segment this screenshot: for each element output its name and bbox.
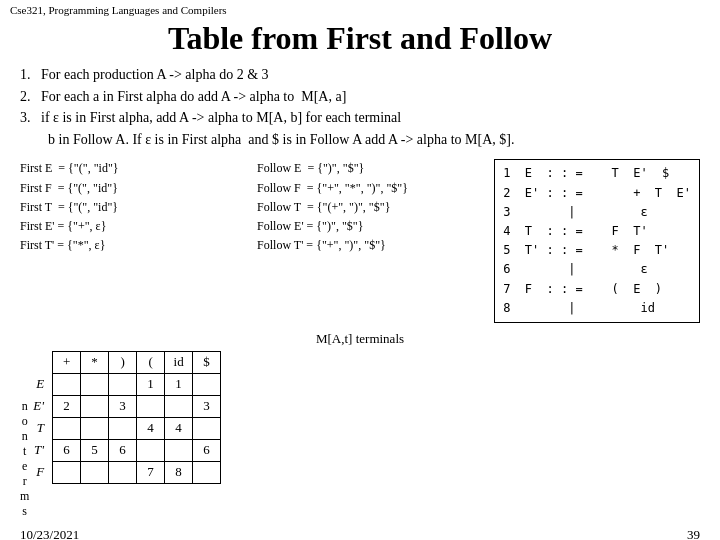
table-row: 2 3 3 <box>53 395 221 417</box>
first-set-f: First F = {"(", "id"} <box>20 179 237 198</box>
cell-tprime-dollar: 6 <box>193 439 221 461</box>
m-table-wrapper: n o n t e r m s E E' T T' F <box>20 351 700 519</box>
cell-eprime-rparen: 3 <box>109 395 137 417</box>
step-2-num: 2. <box>20 89 31 104</box>
table-row: 7 8 <box>53 461 221 483</box>
follow-sets: Follow E = {")", "$"} Follow F = {"+", "… <box>257 159 474 323</box>
footer: 10/23/2021 39 <box>0 523 720 540</box>
cell-e-rparen <box>109 373 137 395</box>
table-row: 6 5 6 6 <box>53 439 221 461</box>
follow-set-eprime: Follow E' = {")", "$"} <box>257 217 474 236</box>
step-1-num: 1. <box>20 67 31 82</box>
nonterm-row-headers: E E' T T' F <box>33 373 46 483</box>
cell-eprime-plus: 2 <box>53 395 81 417</box>
m-table-title: M[A,t] terminals <box>20 331 700 347</box>
row-header-tprime: T' <box>33 439 46 461</box>
first-sets: First E = {"(", "id"} First F = {"(", "i… <box>20 159 237 323</box>
row-header-t: T <box>33 417 46 439</box>
footer-page: 39 <box>687 527 700 540</box>
cell-f-lparen: 7 <box>137 461 165 483</box>
cell-e-lparen: 1 <box>137 373 165 395</box>
cell-tprime-id <box>165 439 193 461</box>
step-2-text: For each a in First alpha do add A -> al… <box>41 89 346 104</box>
follow-set-tprime: Follow T' = {"+", ")", "$"} <box>257 236 474 255</box>
cell-eprime-id <box>165 395 193 417</box>
header-text: Cse321, Programming Languages and Compil… <box>10 4 227 16</box>
m-table-section: M[A,t] terminals n o n t e r m s E E' <box>20 331 700 519</box>
main-content: Table from First and Follow 1. For each … <box>0 20 720 519</box>
first-set-e: First E = {"(", "id"} <box>20 159 237 178</box>
step-3: 3. if ε is in First alpha, add A -> alph… <box>20 108 700 128</box>
course-header: Cse321, Programming Languages and Compil… <box>0 0 720 20</box>
row-header-eprime: E' <box>33 395 46 417</box>
grammar-box: 1 E : : = T E' $ 2 E' : : = + T E' 3 | ε… <box>494 159 700 323</box>
cell-tprime-rparen: 6 <box>109 439 137 461</box>
cell-t-rparen <box>109 417 137 439</box>
cell-eprime-dollar: 3 <box>193 395 221 417</box>
col-header-star: * <box>81 351 109 373</box>
cell-e-dollar <box>193 373 221 395</box>
cell-e-plus <box>53 373 81 395</box>
first-set-t: First T = {"(", "id"} <box>20 198 237 217</box>
cell-tprime-star: 5 <box>81 439 109 461</box>
cell-t-id: 4 <box>165 417 193 439</box>
cell-e-id: 1 <box>165 373 193 395</box>
cell-eprime-lparen <box>137 395 165 417</box>
page-title: Table from First and Follow <box>20 20 700 57</box>
footer-date: 10/23/2021 <box>20 527 79 540</box>
col-header-id: id <box>165 351 193 373</box>
step-1: 1. For each production A -> alpha do 2 &… <box>20 65 700 85</box>
row-header-f: F <box>33 461 46 483</box>
cell-f-dollar <box>193 461 221 483</box>
row-header-e: E <box>33 373 46 395</box>
col-header-dollar: $ <box>193 351 221 373</box>
cell-f-star <box>81 461 109 483</box>
step-3-cont: b in Follow A. If ε is in First alpha an… <box>20 130 700 150</box>
sets-section: First E = {"(", "id"} First F = {"(", "i… <box>20 159 700 323</box>
cell-tprime-plus: 6 <box>53 439 81 461</box>
follow-set-t: Follow T = {"(+", ")", "$"} <box>257 198 474 217</box>
first-set-eprime: First E' = {"+", ε} <box>20 217 237 236</box>
table-header-row: + * ) ( id $ <box>53 351 221 373</box>
step-3-num: 3. <box>20 110 31 125</box>
cell-t-star <box>81 417 109 439</box>
cell-e-star <box>81 373 109 395</box>
cell-t-dollar <box>193 417 221 439</box>
cell-tprime-lparen <box>137 439 165 461</box>
step-1-text: For each production A -> alpha do 2 & 3 <box>41 67 269 82</box>
steps-section: 1. For each production A -> alpha do 2 &… <box>20 65 700 149</box>
cell-t-lparen: 4 <box>137 417 165 439</box>
cell-t-plus <box>53 417 81 439</box>
cell-f-plus <box>53 461 81 483</box>
col-header-plus: + <box>53 351 81 373</box>
m-table: + * ) ( id $ 1 <box>52 351 221 484</box>
table-row: 1 1 <box>53 373 221 395</box>
cell-eprime-star <box>81 395 109 417</box>
col-header-rparen: ) <box>109 351 137 373</box>
follow-set-f: Follow F = {"+", "*", ")", "$"} <box>257 179 474 198</box>
cell-f-rparen <box>109 461 137 483</box>
bottom-section: M[A,t] terminals n o n t e r m s E E' <box>20 331 700 519</box>
cell-f-id: 8 <box>165 461 193 483</box>
first-set-tprime: First T' = {"*", ε} <box>20 236 237 255</box>
nonterms-label: n o n t e r m s <box>20 399 29 519</box>
col-header-lparen: ( <box>137 351 165 373</box>
follow-set-e: Follow E = {")", "$"} <box>257 159 474 178</box>
table-row: 4 4 <box>53 417 221 439</box>
step-2: 2. For each a in First alpha do add A ->… <box>20 87 700 107</box>
step-3-text: if ε is in First alpha, add A -> alpha t… <box>41 110 401 125</box>
